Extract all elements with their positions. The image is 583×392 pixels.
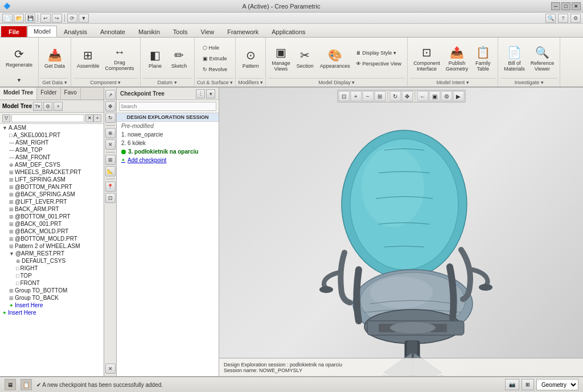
vp-display-options-button[interactable]: ⚙	[441, 91, 452, 101]
mid-select-button[interactable]: ↗	[105, 90, 116, 100]
more-button[interactable]: ▼	[79, 14, 89, 23]
status-fullscreen-button[interactable]: ⊞	[522, 379, 534, 390]
vp-more-button[interactable]: ▶	[453, 91, 464, 101]
tree-item-lift-lever[interactable]: ⊞ @LIFT_LEVER.PRT	[0, 198, 104, 205]
tree-filter-input[interactable]	[11, 114, 84, 122]
tree-item-front[interactable]: — ASM_FRONT	[0, 154, 104, 161]
tab-file[interactable]: File	[1, 26, 27, 37]
drag-components-button[interactable]: ↔ DragComponents	[103, 42, 137, 75]
revolve-button[interactable]: ↻ Revolve	[200, 64, 229, 75]
reference-viewer-button[interactable]: 🔍 ReferenceViewer	[528, 42, 557, 75]
tree-options-button[interactable]: ⚙	[43, 102, 52, 111]
close-button[interactable]: ✕	[572, 2, 581, 10]
mid-close-button[interactable]: ✕	[105, 364, 116, 374]
vp-pan-button[interactable]: ✥	[401, 91, 413, 101]
component-interface-button[interactable]: ⊡ ComponentInterface	[411, 42, 442, 75]
tab-view[interactable]: View	[195, 26, 221, 37]
display-style-button[interactable]: 🖥 Display Style ▾	[354, 48, 404, 58]
minimize-button[interactable]: ─	[551, 2, 560, 10]
new-button[interactable]: 📄	[2, 14, 13, 23]
settings-button[interactable]: ⚙	[570, 14, 581, 23]
tab-model-tree[interactable]: Model Tree	[0, 88, 37, 100]
tab-framework[interactable]: Framework	[221, 26, 265, 37]
vp-zoom-in-button[interactable]: +	[350, 91, 362, 101]
help-button[interactable]: ?	[558, 14, 568, 23]
status-camera-button[interactable]: 📷	[505, 379, 519, 390]
section-button[interactable]: ✂ Section	[294, 42, 317, 75]
tree-add-button[interactable]: +	[54, 102, 63, 111]
mid-snap-button[interactable]: ⊞	[105, 155, 116, 165]
filter-clear-button[interactable]: ✕	[85, 114, 93, 122]
tree-item-top[interactable]: — ASM_TOP	[0, 146, 104, 154]
mid-pin-button[interactable]: 📍	[105, 181, 116, 192]
tree-item-back-001[interactable]: ⊞ @BACK_001.PRT	[0, 220, 104, 228]
tree-item-csys[interactable]: ⊕ ASM_DEF_CSYS	[0, 161, 104, 168]
tree-item-right2[interactable]: □ RIGHT	[0, 265, 104, 272]
regenerate-button[interactable]: ⟳ Regenerate	[3, 41, 35, 74]
tree-item-wheels[interactable]: ⊞ WHEELS_BRACKET.PRT	[0, 168, 104, 176]
tree-item-bottom-mold[interactable]: ⊞ @BOTTOM_MOLD.PRT	[0, 235, 104, 242]
checkpoint-options-button[interactable]: ⋮	[196, 89, 205, 98]
tree-item-top2[interactable]: □ TOP	[0, 272, 104, 279]
plane-button[interactable]: ◧ Plane	[144, 42, 167, 75]
mid-cross-button[interactable]: ✕	[105, 139, 116, 150]
mid-move-button[interactable]: ✥	[105, 101, 116, 112]
maximize-button[interactable]: □	[561, 2, 570, 10]
tab-applications[interactable]: Applications	[265, 26, 311, 37]
vp-prev-view-button[interactable]: ←	[417, 91, 428, 101]
open-button[interactable]: 📂	[14, 14, 24, 23]
tree-item-insert1[interactable]: ✦ Insert Here	[0, 302, 104, 309]
tab-analysis[interactable]: Analysis	[58, 26, 93, 37]
mid-zoom-button[interactable]: ⊕	[105, 128, 116, 138]
perspective-view-button[interactable]: 👁 Perspective View	[354, 59, 404, 69]
cp-item-1[interactable]: 1. nowe_oparcie	[117, 130, 219, 139]
appearances-button[interactable]: 🎨 Appearances	[318, 42, 352, 75]
mid-measure-button[interactable]: 📐	[105, 166, 116, 176]
tree-item-default-csys[interactable]: ⊕ DEFAULT_CSYS	[0, 257, 104, 265]
tab-model[interactable]: Model	[27, 26, 57, 37]
manage-views-button[interactable]: ▣ ManageViews	[269, 42, 293, 75]
mid-rotate-button[interactable]: ↻	[105, 113, 116, 123]
tree-item-asm[interactable]: ▼ A.ASM	[0, 124, 104, 131]
regen-button[interactable]: ⟳	[67, 14, 77, 23]
tree-item-lift[interactable]: ⊞ LIFT_SPRING.ASM	[0, 176, 104, 183]
tree-item-back-arm[interactable]: ⊞ BACK_ARM.PRT	[0, 205, 104, 213]
tree-item-insert2[interactable]: ✦ Insert Here	[0, 309, 104, 316]
vp-fit-button[interactable]: ⊡	[338, 91, 350, 101]
extrude-button[interactable]: ▣ Extrude	[200, 53, 229, 64]
tab-tools[interactable]: Tools	[167, 26, 194, 37]
cp-item-2[interactable]: 2. 6 kółek	[117, 139, 219, 147]
vp-zoom-out-button[interactable]: −	[362, 91, 373, 101]
save-button[interactable]: 💾	[25, 14, 35, 23]
tree-item-arm-rest[interactable]: ▼ @ARM_REST.PRT	[0, 250, 104, 257]
tab-manikin[interactable]: Manikin	[132, 26, 166, 37]
tree-item-group-bottom[interactable]: ⊞ Group TO_BOTTOM	[0, 287, 104, 294]
tree-item-bottom-pan[interactable]: ⊞ @BOTTOM_PAN.PRT	[0, 183, 104, 191]
tab-annotate[interactable]: Annotate	[94, 26, 132, 37]
assemble-button[interactable]: ⊞ Assemble	[75, 42, 102, 75]
redo-button[interactable]: ↪	[52, 14, 62, 23]
tree-item-pattern[interactable]: ⊞ Pattern 2 of WHEEL.ASM	[0, 242, 104, 250]
filter-add-button[interactable]: +	[93, 114, 101, 122]
tree-settings-button[interactable]: T▾	[33, 102, 42, 111]
family-table-button[interactable]: 📋 FamilyTable	[471, 42, 494, 75]
operations-dropdown[interactable]: ▼	[14, 75, 24, 85]
tree-item-right[interactable]: — ASM_RIGHT	[0, 139, 104, 146]
tree-item-front2[interactable]: □ FRONT	[0, 279, 104, 287]
undo-button[interactable]: ↩	[40, 14, 51, 23]
hole-button[interactable]: ⬡ Hole	[200, 43, 229, 53]
checkpoint-more-button[interactable]: ▾	[206, 89, 215, 98]
vp-rotate-button[interactable]: ↻	[389, 91, 401, 101]
pattern-button[interactable]: ⊙ Pattern	[239, 42, 262, 75]
get-data-button[interactable]: 📥 Get Data	[42, 42, 67, 75]
filter-icon[interactable]: ▽	[2, 114, 10, 122]
tab-favo[interactable]: Favo	[61, 88, 81, 100]
tree-item-back-mold[interactable]: ⊞ @BACK_MOLD.PRT	[0, 228, 104, 235]
publish-geometry-button[interactable]: 📤 PublishGeometry	[444, 42, 471, 75]
window-controls[interactable]: ─ □ ✕	[551, 2, 581, 10]
search-icon[interactable]: 🔍	[545, 14, 556, 23]
cp-item-3[interactable]: 3. podłokietnik na oparciu	[117, 147, 219, 156]
mid-layer-button[interactable]: ⊡	[105, 193, 116, 203]
tree-item-back-spring[interactable]: ⊞ @BACK_SPRING.ASM	[0, 191, 104, 198]
checkpoint-search-input[interactable]	[119, 102, 216, 111]
